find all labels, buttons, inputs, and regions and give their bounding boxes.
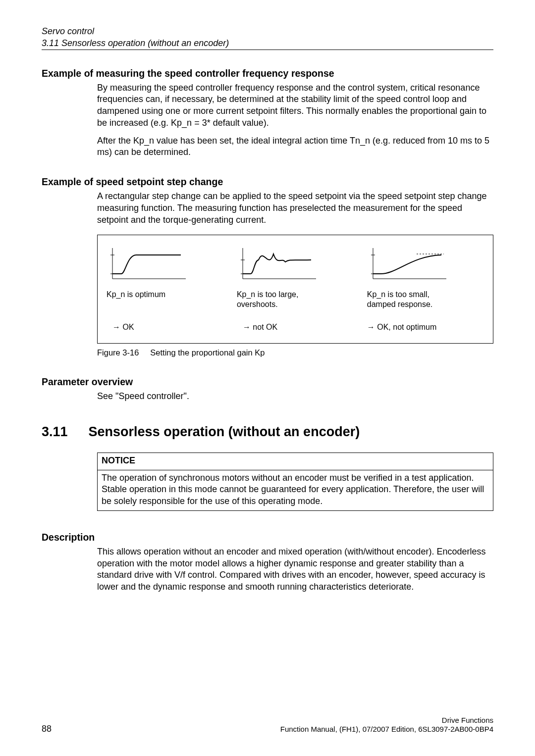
notice-box: NOTICE The operation of synchronous moto… (97, 453, 493, 511)
step-response-damped-icon (367, 244, 451, 284)
figure-caption-text: Setting the proportional gain Kp (150, 348, 265, 357)
figure-verdict: → OK, not optimum (367, 322, 484, 332)
section-heading-step-change: Example of speed setpoint step change (42, 176, 493, 188)
paragraph: After the Kp_n value has been set, the i… (97, 135, 493, 159)
running-head-section: 3.11 Sensorless operation (without an en… (42, 38, 493, 50)
paragraph: See "Speed controller". (97, 391, 493, 403)
section-heading-freq-response: Example of measuring the speed controlle… (42, 68, 493, 79)
figure-caption-label: Figure 3-16 (97, 348, 139, 357)
paragraph: This allows operation without an encoder… (97, 546, 493, 593)
figure-verdict: → not OK (237, 322, 360, 332)
section-heading-description: Description (42, 532, 493, 543)
figure-label: Kp_n is optimum (107, 290, 223, 309)
notice-title: NOTICE (98, 453, 493, 470)
step-response-overshoot-icon (237, 244, 321, 284)
footer-line: Function Manual, (FH1), 07/2007 Edition,… (280, 725, 493, 734)
notice-body: The operation of synchronous motors with… (98, 470, 493, 510)
chapter-title: Sensorless operation (without an encoder… (89, 424, 360, 440)
figure-box: Kp_n is optimum Kp_n is too large, overs… (97, 235, 493, 344)
chapter-number: 3.11 (42, 424, 68, 440)
step-response-optimum-icon (107, 244, 191, 284)
figure-label: Kp_n is too small, (367, 290, 484, 300)
figure-label: damped response. (367, 300, 484, 309)
paragraph: By measuring the speed controller freque… (97, 82, 493, 129)
page-number: 88 (42, 724, 52, 734)
running-head-title: Servo control (42, 26, 493, 37)
figure-label: overshoots. (237, 300, 354, 309)
footer-line: Drive Functions (280, 716, 493, 725)
section-heading-parameter-overview: Parameter overview (42, 376, 493, 388)
figure-verdict: → OK (107, 322, 229, 332)
figure-label: Kp_n is too large, (237, 290, 354, 300)
paragraph: A rectangular step change can be applied… (97, 191, 493, 226)
